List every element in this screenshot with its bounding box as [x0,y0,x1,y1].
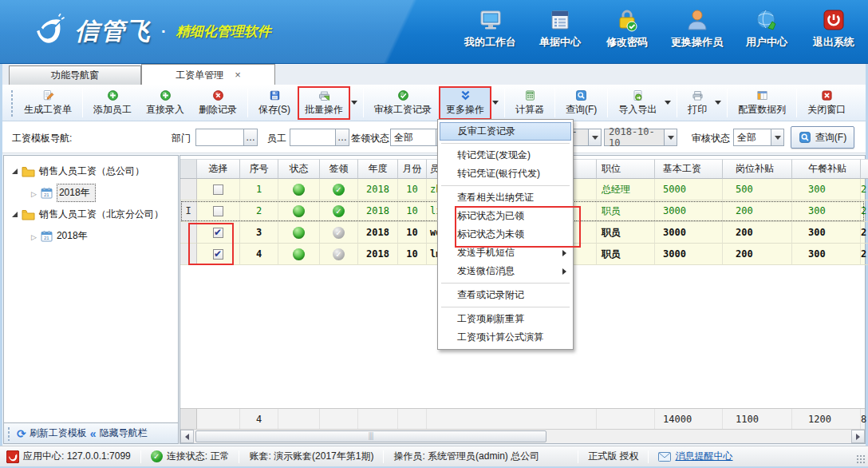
tree-node-beijing-branch[interactable]: 销售人员工资（北京分公司） [4,204,178,225]
batch-operation-caret-icon[interactable] [351,101,357,105]
row-checkbox[interactable] [213,228,223,238]
nav-my-workbench[interactable]: 我的工作台 [464,8,516,50]
menu-item-view-notes[interactable]: 查看或记录附记 [438,286,573,304]
col-header-post-allowance[interactable]: 岗位补贴 [723,159,792,179]
hide-nav-link[interactable]: 隐藏导航栏 [100,426,148,440]
row-checkbox[interactable] [213,206,223,216]
col-header-year[interactable]: 年度 [358,159,398,179]
department-input[interactable] [196,129,243,145]
tree-node-head-office[interactable]: 销售人员工资（总公司） [4,161,178,182]
col-header-sign[interactable]: 签领 [320,159,358,179]
query-button-toolbar[interactable]: 查询(F) [558,86,604,120]
tree-collapse-icon[interactable] [31,188,37,199]
department-label: 部门 [172,132,191,145]
tree-node-2018-beijing[interactable]: 21 2018年 [4,225,178,247]
more-operations-button[interactable]: 更多操作 [439,86,491,120]
print-button[interactable]: 打印 [681,86,714,120]
menu-item-unaudit[interactable]: 反审工资记录 [440,122,571,141]
refresh-icon: ⟳ [17,427,26,440]
audit-payroll-button[interactable]: 审核工资记录 [367,86,439,120]
employee-input[interactable] [290,129,335,145]
header-nav: 我的工作台 单据中心 修改密码 更换操作员 用户中心 退出系统 [464,8,857,50]
menu-item-mark-unsigned[interactable]: 标记状态为未领 [438,225,573,244]
tab-close-icon[interactable]: × [235,65,241,85]
audit-status-label: 审核状态 [692,132,730,145]
add-employee-button[interactable]: 添加员工 [86,86,139,120]
employee-browse-icon[interactable] [335,129,349,145]
tab-function-nav[interactable]: 功能导航窗 [9,65,141,85]
cell-base-salary: 5000 [655,179,723,200]
col-header-base-salary[interactable]: 基本工资 [655,159,723,179]
batch-operation-button[interactable]: 批量操作 [298,86,350,120]
direct-entry-button[interactable]: 直接录入 [139,86,191,120]
connection-status: 连接状态: 正常 [167,450,230,463]
cell-month: 10 [398,179,427,200]
menu-item-send-wechat[interactable]: 发送微信消息 [438,262,573,280]
scrollbar-thumb[interactable] [195,430,546,442]
close-window-icon [819,89,834,101]
column-config-button[interactable]: 配置数据列 [731,86,793,120]
menu-item-mark-signed[interactable]: 标记状态为已领 [438,207,573,225]
refresh-template-link[interactable]: 刷新工资模板 [30,426,87,440]
nav-change-operator[interactable]: 更换操作员 [671,8,723,50]
nav-user-center[interactable]: 用户中心 [744,8,790,50]
col-header-position[interactable]: 职位 [597,159,655,179]
tree-node-2018-head-office[interactable]: 21 2018年 [4,182,178,204]
import-export-button[interactable]: 导入导出 [611,86,664,120]
menu-item-view-cashier-voucher[interactable]: 查看相关出纳凭证 [438,188,573,207]
nav-exit-system[interactable]: 退出系统 [811,8,857,50]
date-from-dropdown-icon[interactable] [588,129,601,145]
department-browse-icon[interactable] [243,129,257,145]
horizontal-scrollbar[interactable] [180,429,865,443]
col-header-status[interactable]: 状态 [278,159,320,179]
row-checkbox[interactable] [213,184,223,195]
cell-post-allowance: 500 [723,179,792,200]
menu-item-send-sms[interactable]: 发送手机短信 [438,244,573,262]
menu-item-recalculate[interactable]: 工资项刷新重算 [438,310,573,328]
col-header-month[interactable]: 月份 [398,159,427,179]
calculator-button[interactable]: 计算器 [508,86,551,120]
col-header-select[interactable]: 选择 [197,159,240,179]
toolbar-separator [677,89,677,117]
row-checkbox[interactable] [213,249,223,260]
delete-record-button[interactable]: 删除记录 [191,86,244,120]
toolbar: 生成工资单 添加员工 直接录入 删除记录 保存(S) 批量操作 审核工资记录 [2,85,866,121]
menu-item-voucher-bank[interactable]: 转记凭证(银行代发) [438,165,573,183]
generate-payroll-button[interactable]: 生成工资单 [17,86,79,120]
cell-seq: 1 [240,179,278,200]
tree-expand-icon[interactable] [12,169,18,174]
operator-status: 操作员: 系统管理员(admin) 总公司 [393,450,539,463]
summary-row: 4 14000 1100 1200 8 [180,408,865,429]
scroll-right-icon[interactable] [851,430,865,443]
col-header-lunch-allowance[interactable]: 午餐补贴 [792,159,861,179]
col-header-seq[interactable]: 序号 [240,159,278,179]
close-window-button[interactable]: 关闭窗口 [800,86,853,120]
tree-expand-icon[interactable] [12,212,18,217]
scroll-left-icon[interactable] [180,430,194,443]
menu-item-voucher-cash[interactable]: 转记凭证(发现金) [438,146,573,165]
import-export-caret-icon[interactable] [665,101,671,105]
app-header: 信管飞 · 精细化管理软件 我的工作台 单据中心 修改密码 更换操作员 [0,0,868,64]
date-to-dropdown-icon[interactable] [664,129,677,145]
calculator-icon [523,89,538,101]
cell-seq: 3 [240,222,278,244]
save-floppy-icon [267,89,282,101]
tree-footer: ⟳ 刷新工资模板 « 隐藏导航栏 [4,422,178,443]
tab-payroll-management[interactable]: 工资单管理 × [141,64,275,85]
save-button[interactable]: 保存(S) [251,86,298,120]
tree-collapse-icon[interactable] [31,231,37,242]
query-button[interactable]: 查询(F) [791,126,854,149]
nav-change-password[interactable]: 修改密码 [604,8,650,50]
message-center-link[interactable]: 消息提醒中心 [675,450,732,463]
more-operations-caret-icon[interactable] [492,101,499,105]
nav-document-center[interactable]: 单据中心 [537,8,583,50]
template-nav-label: 工资模板导航: [12,132,72,145]
print-caret-icon[interactable] [715,101,721,105]
date-to-picker[interactable]: 2018-10-10 [604,129,677,146]
resize-grip-icon[interactable] [856,454,866,464]
cell-year: 2018 [358,200,398,222]
menu-item-formula-calc[interactable]: 工资项计算公式演算 [438,328,573,347]
cell-lunch-allowance: 300 [792,179,861,200]
audit-status-dropdown-icon[interactable] [771,129,783,145]
audit-status-select[interactable]: 全部 [733,129,784,146]
